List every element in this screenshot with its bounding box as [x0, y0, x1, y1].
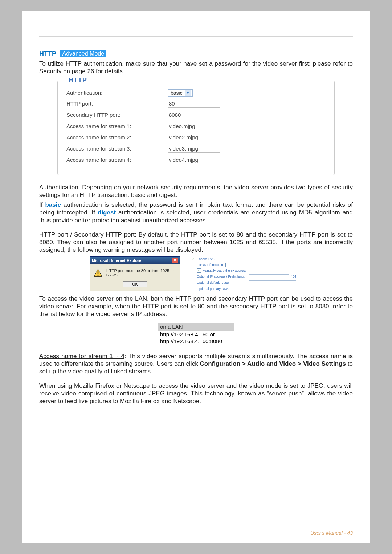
stream-paragraph: Access name for stream 1 ~ 4: This video… [39, 352, 353, 376]
ie-dialog-msg: HTTP port must be 80 or from 1025 to 655… [106, 268, 177, 277]
stream2-label: Access name for stream 2: [66, 134, 168, 140]
auth-select[interactable]: basic ▾ [168, 89, 193, 97]
auth-paragraph-2: If basic authentication is selected, the… [39, 201, 353, 224]
stream2-row: Access name for stream 2: [66, 134, 326, 141]
http-port-input[interactable] [168, 100, 220, 108]
checkbox-icon[interactable]: ✓ [191, 257, 195, 261]
sec-http-port-input[interactable] [168, 111, 220, 119]
stream-heading: Access name for stream 1 ~ 4 [39, 353, 124, 360]
jpeg-paragraph: When using Mozilla Firefox or Netscape t… [39, 382, 353, 405]
stream4-label: Access name for stream 4: [66, 157, 168, 163]
ipv6-router-input[interactable] [249, 280, 296, 285]
ipv6-dns-row: Optional primary DNS [191, 287, 296, 291]
auth-select-value: basic [171, 90, 183, 96]
ipv6-prefix: / 64 [291, 275, 296, 278]
ipv6-ip-input[interactable] [249, 274, 289, 279]
stream3-input[interactable] [168, 145, 220, 153]
ipv6-router-label: Optional default router [197, 281, 248, 284]
ie-dialog-buttons: OK [90, 281, 180, 291]
brand-header: VIVOTEK [39, 24, 353, 35]
http-port-row: HTTP port: [66, 100, 326, 108]
header-rule [39, 36, 353, 37]
checkbox-icon[interactable]: ✓ [197, 268, 201, 273]
page-footer: User's Manual - 43 [310, 530, 353, 536]
http-settings-panel: HTTP Authentication: basic ▾ HTTP port: … [57, 81, 335, 175]
auth-label: Authentication: [66, 90, 168, 96]
ipv6-router-row: Optional default router [191, 280, 296, 285]
ipv6-ip-label: Optional IP address / Prefix length [197, 275, 248, 278]
stream2-input[interactable] [168, 134, 220, 141]
warning-icon [93, 268, 103, 278]
svg-rect-2 [98, 275, 98, 275]
stream3-label: Access name for stream 3: [66, 145, 168, 152]
section-title: HTTP [39, 50, 56, 58]
stream4-input[interactable] [168, 156, 220, 164]
close-icon[interactable]: × [172, 258, 178, 263]
ipv6-info-button[interactable]: IPv6 Information [197, 263, 226, 267]
svg-rect-1 [98, 271, 98, 274]
lan-head: on a LAN [158, 323, 234, 331]
ipv6-manual-row: ✓ Manually setup the IP address [197, 268, 296, 273]
port-paragraph: HTTP port / Secondary HTTP port: By defa… [39, 231, 353, 254]
stream3-row: Access name for stream 3: [66, 145, 326, 153]
stream4-row: Access name for stream 4: [66, 156, 326, 164]
manual-page: VIVOTEK HTTP Advanced Mode To utilize HT… [22, 11, 370, 543]
lan-body: http://192.168.4.160 or http://192.168.4… [158, 331, 234, 346]
http-panel-legend: HTTP [66, 77, 90, 84]
stream1-label: Access name for stream 1: [66, 123, 168, 129]
kw-digest: digest [98, 209, 116, 216]
intro-text: To utilize HTTP authentication, make sur… [39, 60, 353, 75]
lan-line2: http://192.168.4.160:8080 [160, 338, 232, 345]
ipv6-panel: ✓ Enable IPv6 IPv6 Information ✓ Manuall… [191, 256, 296, 293]
ok-button[interactable]: OK [123, 281, 147, 287]
stream-bold: Configuration > Audio and Video > Video … [200, 360, 346, 367]
kw-basic: basic [45, 201, 61, 208]
lan-line1: http://192.168.4.160 or [160, 331, 232, 338]
ie-dialog-title: Microsoft Internet Explorer [92, 258, 143, 263]
chevron-down-icon: ▾ [185, 90, 191, 96]
stream1-row: Access name for stream 1: [66, 122, 326, 130]
ipv6-enable-row: ✓ Enable IPv6 [191, 257, 296, 261]
warning-row: Microsoft Internet Explorer × HTTP port … [90, 256, 353, 293]
http-port-label: HTTP port: [66, 100, 168, 107]
ipv6-enable-label: Enable IPv6 [197, 257, 215, 261]
port-heading: HTTP port / Secondary HTTP port [39, 231, 135, 238]
ie-warning-dialog: Microsoft Internet Explorer × HTTP port … [90, 256, 180, 291]
ipv6-ip-row: Optional IP address / Prefix length / 64 [191, 274, 296, 279]
ipv6-manual-label: Manually setup the IP address [203, 269, 246, 272]
sec-http-port-row: Secondary HTTP port: [66, 111, 326, 119]
auth-text-1: : Depending on your network security req… [39, 184, 353, 198]
auth-heading: Authentication [39, 184, 78, 191]
auth-2a: If [39, 201, 45, 208]
stream1-input[interactable] [168, 122, 220, 130]
lan-intro: To access the video server on the LAN, b… [39, 295, 353, 318]
ipv6-dns-label: Optional primary DNS [197, 287, 248, 291]
lan-example-box: on a LAN http://192.168.4.160 or http://… [158, 323, 234, 346]
sec-http-port-label: Secondary HTTP port: [66, 112, 168, 118]
advanced-mode-badge: Advanced Mode [60, 50, 106, 57]
ipv6-dns-input[interactable] [249, 287, 296, 291]
ie-dialog-body: HTTP port must be 80 or from 1025 to 655… [90, 264, 180, 281]
auth-paragraph-1: Authentication: Depending on your networ… [39, 184, 353, 199]
ie-dialog-titlebar: Microsoft Internet Explorer × [90, 257, 180, 264]
auth-row: Authentication: basic ▾ [66, 89, 326, 97]
